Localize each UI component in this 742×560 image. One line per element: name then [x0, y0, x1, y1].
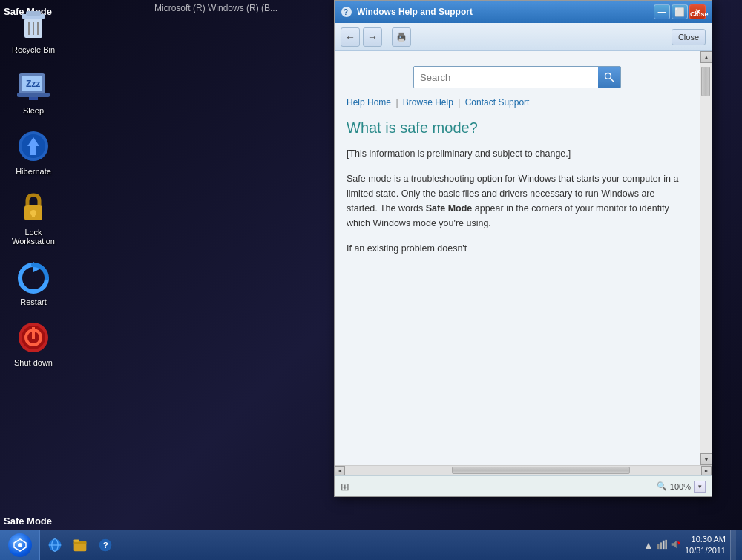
- window-title: Windows Help and Support: [357, 7, 654, 17]
- svg-text:?: ?: [344, 8, 348, 16]
- statusbar-right: 🔍 100% ▾: [657, 481, 706, 493]
- toolbar-separator: [387, 30, 387, 45]
- scroll-thumb[interactable]: [701, 67, 710, 96]
- svg-line-28: [611, 79, 614, 82]
- back-button[interactable]: ←: [341, 27, 360, 47]
- horizontal-scrollbar[interactable]: ◄ ►: [335, 465, 712, 475]
- desktop-icon-lock[interactable]: Lock Workstation: [4, 186, 63, 248]
- zoom-dropdown-button[interactable]: ▾: [694, 481, 706, 493]
- hscroll-left-arrow[interactable]: ◄: [335, 466, 345, 476]
- desktop-icon-recycle-bin[interactable]: Recycle Bin: [4, 4, 63, 57]
- print-button[interactable]: [392, 27, 411, 47]
- body-paragraph-2: Safe mode is a troubleshooting option fo…: [347, 171, 688, 231]
- hibernate-label: Hibernate: [16, 167, 51, 176]
- start-orb: [8, 533, 32, 557]
- recycle-bin-label: Recycle Bin: [12, 45, 55, 54]
- forward-button[interactable]: →: [363, 27, 382, 47]
- svg-rect-8: [29, 97, 38, 100]
- show-desktop-button[interactable]: [730, 530, 736, 560]
- browse-help-link[interactable]: Browse Help: [403, 97, 453, 108]
- window-titlebar: ? Windows Help and Support — ⬜ ✕ Close: [335, 1, 712, 23]
- scroll-down-arrow[interactable]: ▼: [700, 453, 712, 465]
- search-input-wrap: [413, 66, 621, 88]
- lock-label-line1: Lock: [24, 228, 42, 237]
- statusbar-left: ⊞: [341, 481, 349, 493]
- search-button[interactable]: [598, 67, 620, 88]
- svg-rect-20: [32, 327, 35, 339]
- tray-clock[interactable]: 10:30 AM 10/31/2011: [685, 534, 726, 557]
- hscroll-right-arrow[interactable]: ►: [701, 466, 712, 476]
- tray-show-hidden[interactable]: ▲: [643, 539, 654, 551]
- taskbar-item-help[interactable]: ?: [93, 534, 117, 556]
- safe-mode-label-bottomleft: Safe Mode: [4, 515, 52, 527]
- desktop: Safe Mode Safe Mode Microsoft (R) Window…: [0, 0, 742, 560]
- zoom-icon: 🔍: [657, 481, 667, 491]
- help-home-link[interactable]: Help Home: [347, 97, 391, 108]
- hscroll-thumb[interactable]: [452, 467, 630, 474]
- close-toolbar-button[interactable]: Close: [672, 29, 706, 45]
- svg-rect-15: [32, 213, 35, 217]
- recycle-bin-icon: [16, 7, 51, 42]
- start-button[interactable]: [0, 530, 40, 560]
- hscroll-track[interactable]: [345, 466, 701, 475]
- taskbar-item-explorer[interactable]: [68, 534, 92, 556]
- desktop-icon-sleep[interactable]: Zzz Sleep: [4, 65, 63, 118]
- restart-label: Restart: [20, 297, 46, 306]
- breadcrumb-sep1: |: [395, 97, 398, 108]
- window-app-icon: ?: [341, 6, 352, 18]
- desktop-icon-hibernate[interactable]: Hibernate: [4, 125, 63, 179]
- svg-rect-24: [399, 32, 404, 35]
- close-button[interactable]: ✕ Close: [689, 4, 706, 19]
- tray-date: 10/31/2011: [685, 545, 726, 556]
- window-controls: — ⬜ ✕ Close: [654, 4, 706, 19]
- shutdown-icon: [16, 320, 51, 355]
- svg-rect-25: [399, 38, 404, 41]
- restart-icon: [16, 259, 51, 294]
- window-statusbar: ⊞ 🔍 100% ▾: [335, 475, 712, 496]
- desktop-icon-restart[interactable]: Restart: [4, 256, 63, 309]
- desktop-icon-shutdown[interactable]: Shut down: [4, 317, 63, 370]
- taskbar-item-ie[interactable]: [43, 534, 67, 556]
- svg-rect-40: [663, 540, 665, 548]
- hibernate-icon: [16, 128, 51, 164]
- main-content-area[interactable]: Help Home | Browse Help | Contact Suppor…: [335, 51, 700, 465]
- minimize-button[interactable]: —: [654, 4, 670, 19]
- content-inner: Help Home | Browse Help | Contact Suppor…: [335, 51, 700, 275]
- page-heading: What is safe mode?: [347, 118, 688, 137]
- svg-text:?: ?: [103, 540, 108, 550]
- svg-rect-35: [74, 540, 79, 542]
- svg-rect-2: [26, 11, 41, 16]
- tray-icons: ▲: [643, 539, 680, 552]
- desktop-icon-area: Recycle Bin Zzz Sleep: [0, 0, 67, 374]
- svg-rect-38: [657, 544, 660, 549]
- tray-volume-icon[interactable]: [670, 539, 680, 552]
- vertical-scrollbar[interactable]: ▲ ▼: [700, 51, 712, 465]
- search-input[interactable]: [414, 67, 598, 88]
- scroll-up-arrow[interactable]: ▲: [700, 51, 712, 63]
- svg-rect-39: [660, 542, 662, 549]
- scroll-track[interactable]: [700, 63, 712, 453]
- contact-support-link[interactable]: Contact Support: [465, 97, 530, 108]
- shutdown-label: Shut down: [14, 358, 53, 367]
- taskbar-items: ?: [40, 530, 637, 560]
- window-toolbar: ← → Close: [335, 23, 712, 51]
- lock-label-line2: Workstation: [12, 237, 55, 246]
- svg-rect-7: [17, 93, 50, 97]
- title-bar-text: Microsoft (R) Windows (R) (B...: [148, 0, 283, 16]
- close-button-label: Close: [690, 10, 705, 18]
- lock-icon: [16, 189, 51, 225]
- safe-mode-bold: Safe Mode: [426, 203, 473, 214]
- search-container: [347, 66, 688, 88]
- body-paragraph-3: If an existing problem doesn't: [347, 241, 688, 256]
- body-paragraph-1: [This information is preliminary and sub…: [347, 146, 688, 161]
- breadcrumb-sep2: |: [458, 97, 460, 108]
- maximize-button[interactable]: ⬜: [672, 4, 688, 19]
- svg-rect-41: [665, 539, 667, 548]
- zoom-level: 100%: [670, 482, 691, 491]
- help-window: ? Windows Help and Support — ⬜ ✕ Close ←…: [334, 0, 712, 497]
- svg-text:Zzz: Zzz: [26, 79, 40, 89]
- window-content: Help Home | Browse Help | Contact Suppor…: [335, 51, 712, 465]
- sleep-icon: Zzz: [16, 67, 51, 103]
- svg-rect-26: [399, 36, 401, 38]
- tray-network-icon[interactable]: [657, 539, 667, 552]
